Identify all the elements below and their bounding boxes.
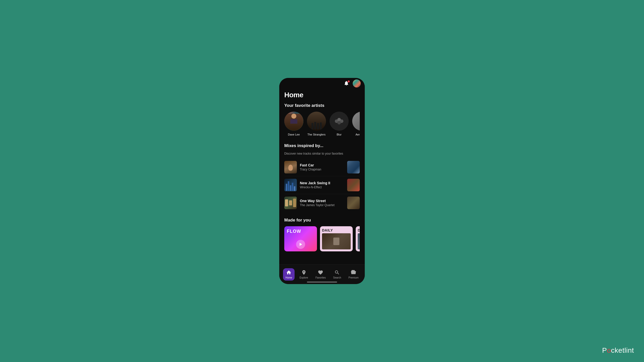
mix-right-thumb-new-jack [347, 179, 360, 191]
artist-name-blur: Blur [337, 133, 342, 136]
mix-title-one-way: One Way Street [300, 199, 344, 203]
nav-label-explore: Explore [300, 276, 308, 279]
artist-item-dave-lee[interactable]: Dave Lee [284, 112, 303, 136]
flow-card[interactable]: FLOW [284, 226, 317, 251]
nav-item-home[interactable]: Home [283, 268, 295, 281]
mix-right-thumb-one-way [347, 197, 360, 209]
mix-item-fast-car[interactable]: Fast Car Tracy Chapman [284, 158, 360, 176]
artists-row[interactable]: Dave Lee The Stranglers [284, 112, 360, 137]
daily-img-1 [322, 233, 351, 249]
nav-label-home: Home [286, 276, 292, 279]
mix-artist-one-way: The James Taylor Quartet [300, 203, 344, 207]
daily-card-1[interactable]: DAILY [320, 226, 353, 251]
artist-avatar-aerosmith [352, 112, 360, 131]
nav-label-search: Search [333, 276, 341, 279]
made-for-you-section: Made for you FLOW DAILY [279, 218, 365, 251]
bell-icon[interactable] [344, 80, 350, 86]
artist-name-dave-lee: Dave Lee [288, 133, 300, 136]
nav-item-favorites[interactable]: Favorites [313, 268, 328, 281]
status-bar [279, 78, 365, 89]
pocketlint-logo: Pocketlint [602, 346, 634, 354]
mixes-list: Fast Car Tracy Chapman [284, 158, 360, 212]
mix-item-one-way[interactable]: One Way Street The James Taylor Quartet [284, 194, 360, 212]
mixes-section: Mixes inspired by... Discover new tracks… [279, 143, 365, 212]
page-title: Home [284, 91, 360, 99]
artist-name-aerosmith: Aerosmith [355, 133, 360, 136]
artist-name-stranglers: The Stranglers [307, 133, 326, 136]
mix-item-new-jack[interactable]: New Jack Swing II Wreckx-N-Effect [284, 176, 360, 194]
phone-frame: Home Your favorite artists Dave Lee [279, 78, 365, 284]
daily-label-2: DAILY [358, 228, 360, 232]
artist-avatar-stranglers [307, 112, 326, 131]
daily-img-2 [358, 233, 360, 249]
nav-label-premium: Premium [348, 276, 358, 279]
page-header: Home [279, 89, 365, 103]
mixes-subtitle: Discover new tracks similar to your favo… [284, 152, 360, 155]
nav-item-search[interactable]: Search [331, 268, 344, 281]
mix-thumb-one-way [284, 197, 297, 209]
favorite-artists-title: Your favorite artists [284, 103, 360, 108]
mix-info-fast-car: Fast Car Tracy Chapman [300, 163, 344, 171]
mix-right-thumb-fast-car [347, 161, 360, 173]
mix-artist-new-jack: Wreckx-N-Effect [300, 186, 344, 189]
mix-artist-fast-car: Tracy Chapman [300, 168, 344, 171]
artist-item-blur[interactable]: Blur [330, 112, 349, 136]
made-for-you-row[interactable]: FLOW DAILY DAILY [284, 226, 360, 251]
svg-marker-4 [300, 243, 302, 246]
notification-dot [348, 80, 350, 82]
mix-title-new-jack: New Jack Swing II [300, 181, 344, 185]
nav-item-explore[interactable]: Explore [297, 268, 311, 281]
artist-avatar-dave-lee [284, 112, 303, 131]
mixes-title: Mixes inspired by... [284, 143, 360, 148]
mix-thumb-fast-car [284, 161, 297, 173]
flow-play-button[interactable] [296, 240, 305, 249]
bottom-nav: Home Explore Favorites Search Premium [279, 264, 365, 284]
artist-item-stranglers[interactable]: The Stranglers [307, 112, 326, 136]
mix-title-fast-car: Fast Car [300, 163, 344, 167]
nav-item-premium[interactable]: Premium [346, 268, 361, 281]
made-for-you-title: Made for you [284, 218, 360, 223]
artist-avatar-blur [330, 112, 349, 131]
svg-point-3 [337, 121, 341, 124]
mix-info-new-jack: New Jack Swing II Wreckx-N-Effect [300, 181, 344, 189]
mix-thumb-new-jack [284, 179, 297, 191]
artist-item-aerosmith[interactable]: Aerosmith [352, 112, 360, 136]
nav-label-favorites: Favorites [315, 276, 326, 279]
flow-label: FLOW [287, 229, 301, 234]
avatar[interactable] [353, 79, 361, 87]
mix-info-one-way: One Way Street The James Taylor Quartet [300, 199, 344, 207]
scroll-content[interactable]: Home Your favorite artists Dave Lee [279, 89, 365, 264]
daily-label-1: DAILY [322, 228, 333, 232]
favorite-artists-section: Your favorite artists Dave Lee [279, 103, 365, 137]
daily-card-2[interactable]: DAILY [356, 226, 360, 251]
